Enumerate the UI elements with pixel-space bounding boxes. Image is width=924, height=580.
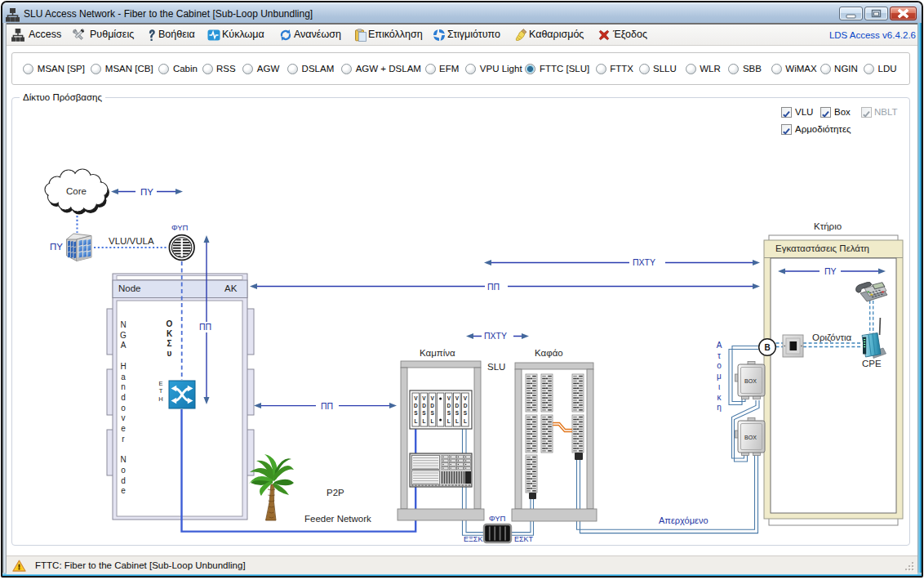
- svg-text:V: V: [430, 395, 434, 401]
- svg-text:S: S: [464, 410, 468, 416]
- svg-text:D: D: [422, 403, 426, 408]
- svg-text:D: D: [430, 403, 434, 408]
- svg-text:D: D: [464, 403, 468, 408]
- svg-text:V: V: [455, 395, 460, 401]
- svg-text:S: S: [414, 410, 418, 416]
- svg-text:L: L: [423, 418, 426, 424]
- svg-text:D: D: [446, 403, 451, 408]
- svg-text:V: V: [422, 395, 426, 401]
- svg-text:BOX: BOX: [744, 378, 757, 384]
- svg-text:D: D: [455, 403, 460, 408]
- svg-text:V: V: [414, 395, 418, 401]
- svg-text:L: L: [464, 418, 467, 424]
- svg-text:L: L: [414, 418, 417, 424]
- svg-text:D: D: [414, 403, 418, 408]
- svg-text:S: S: [455, 410, 460, 416]
- svg-text:L: L: [455, 418, 459, 424]
- svg-text:L: L: [431, 418, 434, 424]
- svg-text:B: B: [764, 343, 770, 352]
- svg-text:V: V: [464, 395, 468, 401]
- svg-text:V: V: [447, 395, 451, 401]
- svg-text:S: S: [430, 410, 434, 416]
- svg-text:S: S: [447, 410, 451, 416]
- svg-text:S: S: [422, 410, 426, 416]
- svg-text:BOX: BOX: [744, 435, 757, 440]
- svg-text:L: L: [447, 418, 451, 424]
